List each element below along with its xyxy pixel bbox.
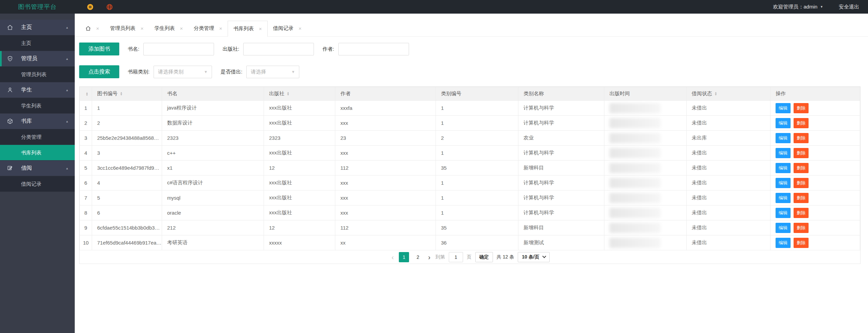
cell-author: 23 (335, 131, 436, 146)
shield-icon (7, 55, 13, 62)
goto-page-input[interactable] (449, 252, 463, 262)
edit-button[interactable]: 编辑 (776, 163, 791, 173)
book-name-input[interactable] (143, 43, 214, 55)
sort-icon[interactable]: ▲▼ (120, 92, 123, 96)
delete-button[interactable]: 删除 (794, 103, 809, 113)
page-size-value: 10 条/页 (522, 254, 539, 260)
sidebar-group-书库[interactable]: 书库▲ (0, 114, 75, 129)
close-icon[interactable]: × (180, 26, 183, 31)
close-icon[interactable]: × (141, 26, 144, 31)
borrow-select-value: 请选择 (251, 69, 266, 75)
tab-学生列表[interactable]: 学生列表× (149, 20, 189, 36)
sidebar-group-借阅[interactable]: 借阅▲ (0, 161, 75, 176)
edit-button[interactable]: 编辑 (776, 103, 791, 113)
close-icon[interactable]: × (219, 26, 222, 31)
borrow-select[interactable]: 请选择 ▼ (246, 66, 299, 78)
sidebar-item-书库列表[interactable]: 书库列表 (0, 145, 75, 161)
sort-desc-icon: ▼ (120, 94, 123, 96)
column-header-出版时间: 出版时间 (604, 87, 687, 101)
tab-home[interactable]: × (80, 20, 105, 36)
cell-actions: 编辑删除 (770, 116, 860, 131)
close-icon[interactable]: × (96, 26, 99, 31)
sidebar-item-分类管理[interactable]: 分类管理 (0, 129, 75, 145)
sidebar-group-学生[interactable]: 学生▲ (0, 82, 75, 98)
chevron-up-icon: ▲ (66, 120, 69, 123)
tab-label: 学生列表 (155, 25, 175, 32)
page-button-1[interactable]: 1 (399, 252, 409, 262)
next-page-icon[interactable]: › (427, 254, 432, 261)
cell-book-name: x1 (162, 161, 264, 176)
cell-book-name: java程序设计 (162, 101, 264, 116)
delete-button[interactable]: 删除 (794, 118, 809, 128)
close-icon[interactable]: × (299, 26, 302, 31)
add-book-button[interactable]: 添加图书 (79, 43, 119, 55)
delete-button[interactable]: 删除 (794, 208, 809, 218)
edit-button[interactable]: 编辑 (776, 223, 791, 233)
cell-author: xxxfa (335, 101, 436, 116)
edit-button[interactable]: 编辑 (776, 178, 791, 188)
cell-publish-time (604, 146, 687, 161)
edit-button[interactable]: 编辑 (776, 208, 791, 218)
sort-icon[interactable]: ▲▼ (287, 92, 289, 96)
cell-actions: 编辑删除 (770, 161, 860, 176)
sort-icon[interactable]: ▲▼ (714, 92, 717, 96)
sidebar-item-学生列表[interactable]: 学生列表 (0, 98, 75, 114)
close-icon[interactable]: × (259, 26, 262, 32)
sidebar-group-管理员[interactable]: 管理员▲ (0, 51, 75, 67)
edit-button[interactable]: 编辑 (776, 118, 791, 128)
welcome-admin-dropdown[interactable]: 欢迎管理员：admin ▼ (773, 4, 823, 10)
sidebar-group-主页[interactable]: 主页▲ (0, 20, 75, 35)
table-row: 64c#语言程序设计xxx出版社xxx1计算机与科学未借出编辑删除 (80, 176, 860, 190)
edit-button[interactable]: 编辑 (776, 133, 791, 143)
delete-button[interactable]: 删除 (794, 178, 809, 188)
tab-书库列表[interactable]: 书库列表× (228, 21, 268, 37)
publisher-input[interactable] (243, 43, 314, 55)
edit-button[interactable]: 编辑 (776, 148, 791, 158)
delete-button[interactable]: 删除 (794, 193, 809, 203)
search-button[interactable]: 点击搜索 (79, 65, 119, 78)
logout-link[interactable]: 安全退出 (839, 4, 859, 10)
sidebar-item-管理员列表[interactable]: 管理员列表 (0, 67, 75, 82)
menu-circle-icon[interactable] (87, 3, 94, 11)
edit-button[interactable]: 编辑 (776, 238, 791, 248)
table-row: 96cfdae55c1514bb3b0db35d...2121211235新增科… (80, 220, 860, 235)
cell-publish-time (604, 176, 687, 190)
cell-book-id: 2 (92, 116, 162, 131)
globe-icon[interactable] (106, 3, 113, 11)
page-button-2[interactable]: 2 (413, 252, 423, 262)
edit-button[interactable]: 编辑 (776, 193, 791, 203)
sidebar-group-label: 管理员 (21, 55, 37, 62)
sort-desc-icon: ▼ (86, 94, 88, 96)
delete-button[interactable]: 删除 (794, 223, 809, 233)
column-header-图书编号[interactable]: 图书编号▲▼ (92, 87, 162, 101)
column-header-借阅状态[interactable]: 借阅状态▲▼ (687, 87, 770, 101)
sort-icon[interactable]: ▲▼ (86, 92, 88, 96)
delete-button[interactable]: 删除 (794, 148, 809, 158)
prev-page-icon[interactable]: ‹ (390, 254, 395, 261)
delete-button[interactable]: 删除 (794, 133, 809, 143)
goto-confirm-button[interactable]: 确定 (475, 252, 493, 262)
sidebar-item-主页[interactable]: 主页 (0, 35, 75, 51)
row-index: 5 (80, 161, 92, 176)
cell-category-id: 35 (436, 220, 518, 235)
cell-publisher: xxx出版社 (264, 101, 335, 116)
redacted-publish-time (609, 163, 660, 173)
category-select[interactable]: 请选择类别 ▼ (154, 66, 212, 78)
redacted-publish-time (609, 238, 660, 248)
sidebar-item-借阅记录[interactable]: 借阅记录 (0, 176, 75, 192)
redacted-publish-time (609, 148, 660, 158)
tab-管理员列表[interactable]: 管理员列表× (105, 20, 149, 36)
table-row: 53cc1cc6e489e4d7987fd97b...x11211235新增科目… (80, 161, 860, 176)
page-size-select[interactable]: 10 条/页 (518, 252, 549, 262)
cell-category-id: 2 (436, 131, 518, 146)
app-title: 图书管理平台 (18, 3, 57, 11)
column-header-index[interactable]: ▲▼ (80, 87, 92, 101)
delete-button[interactable]: 删除 (794, 238, 809, 248)
table-header-row: ▲▼图书编号▲▼书名出版社▲▼作者类别编号类别名称出版时间借阅状态▲▼操作 (80, 87, 860, 101)
delete-button[interactable]: 删除 (794, 163, 809, 173)
author-input[interactable] (338, 43, 409, 55)
cell-category-name: 计算机与科学 (518, 146, 604, 161)
column-header-出版社[interactable]: 出版社▲▼ (264, 87, 335, 101)
tab-分类管理[interactable]: 分类管理× (188, 20, 228, 36)
tab-借阅记录[interactable]: 借阅记录× (268, 20, 307, 36)
